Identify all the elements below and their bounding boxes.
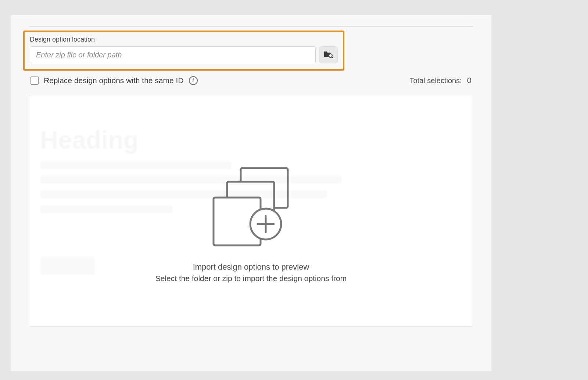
total-selections-value: 0 <box>467 76 472 85</box>
total-selections: Total selections: 0 <box>409 76 472 85</box>
import-design-options-panel: Heading Design option location <box>10 15 492 372</box>
design-option-location-section: Design option location <box>23 31 344 71</box>
replace-design-options-label: Replace design options with the same ID <box>44 76 184 85</box>
folder-search-icon <box>324 50 333 60</box>
total-selections-label: Total selections: <box>409 77 462 85</box>
design-option-path-input[interactable] <box>30 46 316 63</box>
empty-state-subtitle: Select the folder or zip to import the d… <box>155 274 347 283</box>
options-row: Replace design options with the same ID … <box>29 76 473 85</box>
design-options-preview-area: Import design options to preview Select … <box>29 95 473 327</box>
empty-state-title: Import design options to preview <box>193 262 309 272</box>
design-option-location-label: Design option location <box>30 36 338 43</box>
panel-divider <box>29 26 473 27</box>
design-option-location-row <box>30 46 338 63</box>
replace-option-group: Replace design options with the same ID … <box>31 76 198 85</box>
info-icon[interactable]: i <box>189 76 198 85</box>
empty-state-icon <box>207 165 295 251</box>
svg-point-1 <box>329 54 331 57</box>
replace-design-options-checkbox[interactable] <box>31 77 39 85</box>
browse-folder-button[interactable] <box>319 46 338 63</box>
